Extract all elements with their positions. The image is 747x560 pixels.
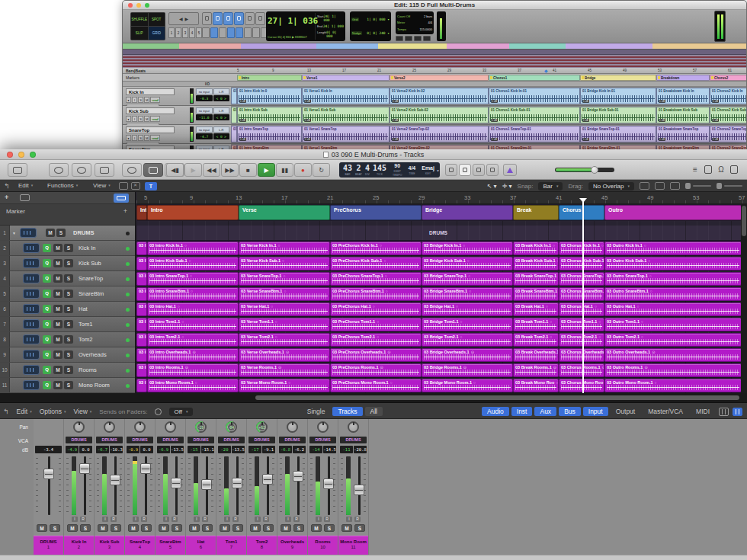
add-track-button[interactable]: + <box>5 194 8 201</box>
fader-db-value[interactable]: -10.3 <box>110 446 123 453</box>
master-volume-slider[interactable] <box>555 168 614 172</box>
crossfade-icon[interactable] <box>131 182 140 190</box>
mixer-button[interactable] <box>143 163 163 177</box>
solo-button[interactable]: S <box>293 524 304 532</box>
pt-input-selector[interactable]: no input <box>196 88 213 94</box>
record-enable-button[interactable]: R <box>263 517 269 522</box>
merge-icon[interactable] <box>414 36 422 41</box>
fader-db-value[interactable]: -14.5 <box>323 446 336 453</box>
pt-marker-breakdown[interactable]: Breakdown <box>656 75 710 81</box>
region[interactable]: 03 PreChorus SnareBtm.1○ <box>330 287 422 301</box>
region[interactable]: 03 Bridge Kick In.1○ <box>422 242 513 255</box>
track-header-mono-room[interactable]: 11QMSMono Room <box>0 378 135 393</box>
pt-region[interactable]: 01 Chorus1 Kick In-010 dB <box>489 88 580 104</box>
input-monitor-button[interactable]: I <box>194 517 200 522</box>
region[interactable]: 03 Verse Tom2.1○ <box>239 333 330 347</box>
pan-knob[interactable] <box>134 421 146 433</box>
mixer-filter-output[interactable]: Output <box>611 407 641 416</box>
pt-region-fill[interactable]: 01 <box>231 126 237 142</box>
region[interactable]: 03 Break Overheads.1⊙ <box>513 348 559 362</box>
narrow-view-icon[interactable] <box>719 408 729 416</box>
track-on-dot[interactable] <box>126 323 130 327</box>
pt-region[interactable]: 01 Intro SnareTop0 dB <box>237 126 302 142</box>
pt-m-button[interactable]: M <box>144 116 149 122</box>
pt-region[interactable]: 01 Intro Kick In-00 dB <box>237 88 302 104</box>
region[interactable]: 03 Chorus SnareBtm.1○ <box>559 287 604 301</box>
pt-zoom-preset-2[interactable]: 2 <box>175 27 181 38</box>
pt-volume-value[interactable]: -0.3 <box>196 95 213 101</box>
pt-zoom-arrows[interactable]: ◀▶ <box>168 12 199 25</box>
drums-stack-row[interactable]: DRUMS <box>136 226 747 241</box>
library-button[interactable] <box>8 163 27 177</box>
pt-region[interactable]: 01 Chorus2 Kick Sub0 dB <box>710 107 747 123</box>
mixer-filter-aux[interactable]: Aux <box>534 407 556 416</box>
region[interactable]: 03 Verse Overheads.1⊙ <box>239 348 330 362</box>
region[interactable]: 03 Chorus Tom1.1○ <box>559 318 604 331</box>
channel-name-plate[interactable]: Tom28 <box>247 536 277 555</box>
mute-button[interactable]: M <box>53 274 63 283</box>
region[interactable]: 03 Bridge SnareTop.1○ <box>422 272 513 286</box>
mixer-filter-audio[interactable]: Audio <box>482 407 509 416</box>
pt-region[interactable]: 01 Bridge Kick In-010 dB <box>580 88 656 104</box>
lg-titlebar[interactable]: 03 090 E Multi-Drums - Tracks <box>0 149 747 160</box>
region[interactable]: 03 Intro Mono Room.1○ <box>147 379 239 392</box>
region[interactable]: 03 PreChorus Kick Sub.1○ <box>330 257 422 270</box>
region[interactable]: 03 Chorus Tom2.1○ <box>559 333 604 347</box>
region[interactable]: 03 Outro Tom2.1○ <box>604 333 742 347</box>
region[interactable]: 03 Bridge Hat.1○ <box>422 302 513 316</box>
mixer-menu-edit[interactable]: Edit <box>17 408 32 415</box>
track-header-tom2[interactable]: 8QMSTom2 <box>0 332 135 347</box>
mixer-filter-master-vca[interactable]: Master/VCA <box>643 407 688 416</box>
pan-knob[interactable] <box>73 421 85 433</box>
region-fill[interactable]: 03 I <box>136 272 147 286</box>
bar-ruler[interactable]: 59131721252933374145495357 <box>136 192 747 204</box>
region[interactable]: 03 Chorus Kick Sub.1○ <box>559 257 604 270</box>
fader-db-value[interactable]: -20.8 <box>354 446 367 453</box>
solo-button[interactable]: S <box>354 524 365 532</box>
pt-region[interactable]: 01 Verse1 SnareTop0 dB <box>302 126 390 142</box>
region[interactable]: 03 Break Tom1.1○ <box>513 318 559 331</box>
input-monitor-button[interactable]: I <box>133 517 139 522</box>
back-arrow-icon[interactable]: ↰ <box>3 408 9 415</box>
pt-ruler[interactable]: Bars|Beats 5913172125293337414549535761◆ <box>123 68 746 74</box>
region[interactable]: 03 Intro Kick Sub.1○ <box>147 257 239 270</box>
solo-button[interactable]: S <box>141 524 152 532</box>
solo-button[interactable]: S <box>172 524 182 532</box>
selector-tool-icon[interactable] <box>223 12 233 25</box>
solo-button[interactable]: S <box>111 524 121 532</box>
track-on-dot[interactable] <box>126 354 130 357</box>
mute-button[interactable]: M <box>220 524 230 532</box>
scrollbar-thumb[interactable] <box>742 206 746 236</box>
pt-volume-value[interactable]: -4.7 <box>196 133 213 139</box>
region[interactable]: 03 Verse Kick Sub.1○ <box>239 257 330 270</box>
pan-knob[interactable] <box>104 421 115 433</box>
record-enable-button[interactable]: R <box>293 517 300 522</box>
back-arrow-icon[interactable]: ↰ <box>4 182 10 190</box>
record-dot-icon[interactable]: ● <box>126 135 131 141</box>
region[interactable]: 03 Outro Hat.1○ <box>604 302 742 316</box>
volume-fader[interactable] <box>354 485 364 495</box>
region[interactable]: 03 Chorus Hat.1○ <box>559 302 604 316</box>
fader-db-value[interactable]: -6.2 <box>293 446 306 453</box>
region[interactable]: 03 Break SnareTop.1○ <box>513 272 559 286</box>
region[interactable]: 03 Intro SnareTop.1○ <box>147 272 239 286</box>
pt-region[interactable]: 01 Verse1 Kick In0 dB <box>302 88 390 104</box>
vertical-zoom-icon[interactable] <box>655 182 665 190</box>
arrangement-section-verse[interactable]: Verse <box>239 205 330 220</box>
fader-db-value[interactable]: -13.5 <box>232 446 245 453</box>
inspector-button[interactable] <box>49 163 69 177</box>
region[interactable]: 03 Break Kick Sub.1○ <box>513 257 559 270</box>
tuner-button[interactable] <box>445 164 457 176</box>
pt-mode-grid[interactable]: GRID <box>149 27 165 40</box>
mute-button[interactable]: M <box>250 524 261 532</box>
track-on-dot[interactable] <box>126 277 130 281</box>
pt-region-fill[interactable]: 01 <box>231 107 237 123</box>
track-header-snaretop[interactable]: 4QMSSnareTop <box>0 271 135 286</box>
mute-button[interactable]: M <box>53 244 63 252</box>
channel-name-plate[interactable]: SnareBtm5 <box>155 536 185 555</box>
pt-markers-lane[interactable]: Markers IntroVerse1Verse2Chorus1BridgeBr… <box>123 74 746 82</box>
record-enable-button[interactable]: R <box>141 517 147 522</box>
record-enable-button[interactable]: R <box>232 517 239 522</box>
record-enable-button[interactable]: R <box>111 517 117 522</box>
region[interactable]: 03 Outro SnareBtm.1○ <box>604 287 742 301</box>
